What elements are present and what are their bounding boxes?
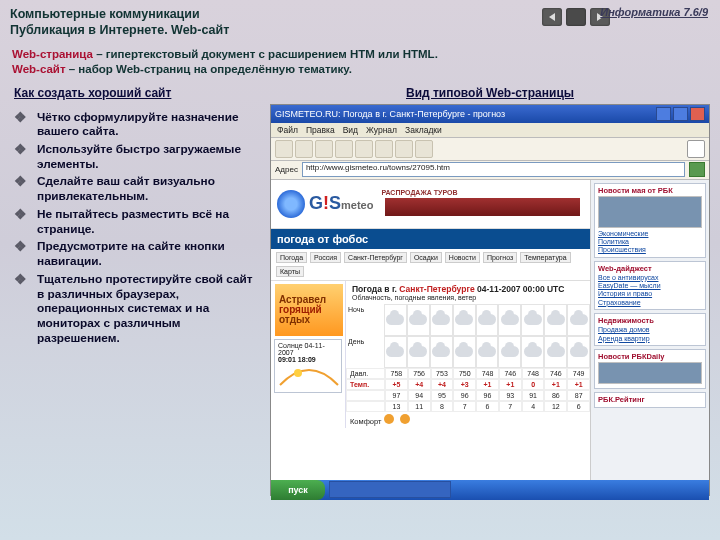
url-field[interactable]: http://www.gismeteo.ru/towns/27095.htm [302, 162, 685, 177]
menu-item[interactable]: Правка [306, 125, 335, 135]
section-strip: погода от фобос [271, 229, 590, 249]
home-icon[interactable] [355, 140, 373, 158]
reload-icon[interactable] [315, 140, 333, 158]
term-webpage: Web-страница [12, 48, 93, 60]
throbber-icon [687, 140, 705, 158]
tip-item: Тщательно протестируйте свой сайт в разл… [37, 272, 262, 346]
start-button[interactable]: пуск [271, 480, 325, 500]
sun-box: Солнце 04-11-2007 09:01 18:09 [274, 339, 342, 393]
tip-item: Сделайте ваш сайт визуально привлекатель… [37, 174, 262, 203]
menu-item[interactable]: Закладки [405, 125, 442, 135]
browser-menubar: Файл Правка Вид Журнал Закладки [271, 123, 709, 138]
bullet-icon: ❖ [14, 239, 27, 253]
title-line1: Компьютерные коммуникации [10, 6, 542, 22]
addr-label: Адрес [275, 165, 298, 174]
nav-prev-button[interactable] [542, 8, 562, 26]
fav-icon[interactable] [415, 140, 433, 158]
nav-home-button[interactable] [566, 8, 586, 26]
browser-toolbar [271, 138, 709, 161]
tip-item: Используйте быстро загружаемые элементы. [37, 142, 262, 171]
sidebar: Новости мая от РБКЭкономическиеПолитикаП… [590, 180, 709, 480]
win-min-icon[interactable] [656, 107, 671, 121]
browser-screenshot: GISMETEO.RU: Погода в г. Санкт-Петербург… [270, 104, 710, 496]
bullet-icon: ❖ [14, 174, 27, 188]
ad-caption: РАСПРОДАЖА ТУРОВ [381, 189, 584, 196]
thumb-icon [598, 196, 702, 228]
slide-title: Компьютерные коммуникации Публикация в И… [10, 6, 542, 39]
tab-item[interactable]: Прогноз [483, 252, 517, 263]
menu-item[interactable]: Журнал [366, 125, 397, 135]
site-header: G!Smeteo РАСПРОДАЖА ТУРОВ [271, 180, 590, 229]
mail-icon[interactable] [395, 140, 413, 158]
bullet-icon: ❖ [14, 207, 27, 221]
definitions: Web-страница – гипертекстовый документ с… [12, 47, 704, 78]
fwd-icon[interactable] [295, 140, 313, 158]
back-icon[interactable] [275, 140, 293, 158]
title-line2: Публикация в Интернете. Web-сайт [10, 22, 542, 38]
left-section-title: Как создать хороший сайт [14, 86, 262, 100]
print-icon[interactable] [375, 140, 393, 158]
tips-list: ❖Чётко сформулируйте назначение вашего с… [10, 110, 262, 346]
table-row: 979495969693918687 [346, 390, 590, 401]
svg-point-2 [294, 369, 302, 377]
taskbar-item[interactable] [329, 481, 451, 498]
go-icon[interactable] [689, 162, 705, 177]
forecast-header: Погода в г. Санкт-Петербурге 04-11-2007 … [346, 281, 590, 304]
term-website: Web-сайт [12, 63, 66, 75]
slide-number: Информатика 7.6/9 [600, 6, 708, 18]
win-max-icon[interactable] [673, 107, 688, 121]
tab-item[interactable]: Санкт-Петербург [344, 252, 407, 263]
tab-item[interactable]: Карты [276, 266, 304, 277]
win-close-icon[interactable] [690, 107, 705, 121]
address-bar: Адрес http://www.gismeteo.ru/towns/27095… [271, 161, 709, 180]
menu-item[interactable]: Вид [343, 125, 358, 135]
window-titlebar: GISMETEO.RU: Погода в г. Санкт-Петербург… [271, 105, 709, 123]
menu-item[interactable]: Файл [277, 125, 298, 135]
right-section-title: Вид типовой Web-страницы [270, 86, 710, 100]
tab-item[interactable]: Температура [520, 252, 570, 263]
os-taskbar: пуск [271, 480, 709, 500]
bullet-icon: ❖ [14, 272, 27, 286]
site-logo-icon [277, 190, 305, 218]
promo-box[interactable]: Астравелгорящийотдых [275, 284, 343, 336]
bullet-icon: ❖ [14, 142, 27, 156]
comfort-row: Комфорт [346, 412, 590, 428]
table-row: Темп.+5+4+4+3+1+10+1+1 [346, 379, 590, 390]
svg-marker-0 [549, 13, 555, 21]
table-row: 131187674126 [346, 401, 590, 412]
tab-item[interactable]: Погода [276, 252, 307, 263]
bullet-icon: ❖ [14, 110, 27, 124]
window-title: GISMETEO.RU: Погода в г. Санкт-Петербург… [275, 109, 505, 119]
stop-icon[interactable] [335, 140, 353, 158]
site-tabs: ПогодаРоссияСанкт-ПетербургОсадкиНовости… [271, 249, 590, 281]
tab-item[interactable]: Новости [445, 252, 480, 263]
tab-item[interactable]: Осадки [410, 252, 442, 263]
ad-banner[interactable] [385, 198, 580, 216]
tab-item[interactable]: Россия [310, 252, 341, 263]
thumb-icon [598, 362, 702, 384]
tip-item: Не пытайтесь разместить всё на странице. [37, 207, 262, 236]
table-row: Давл.758756753750748746748746749 [346, 368, 590, 379]
tip-item: Чётко сформулируйте назначение вашего са… [37, 110, 262, 139]
tip-item: Предусмотрите на сайте кнопки навигации. [37, 239, 262, 268]
